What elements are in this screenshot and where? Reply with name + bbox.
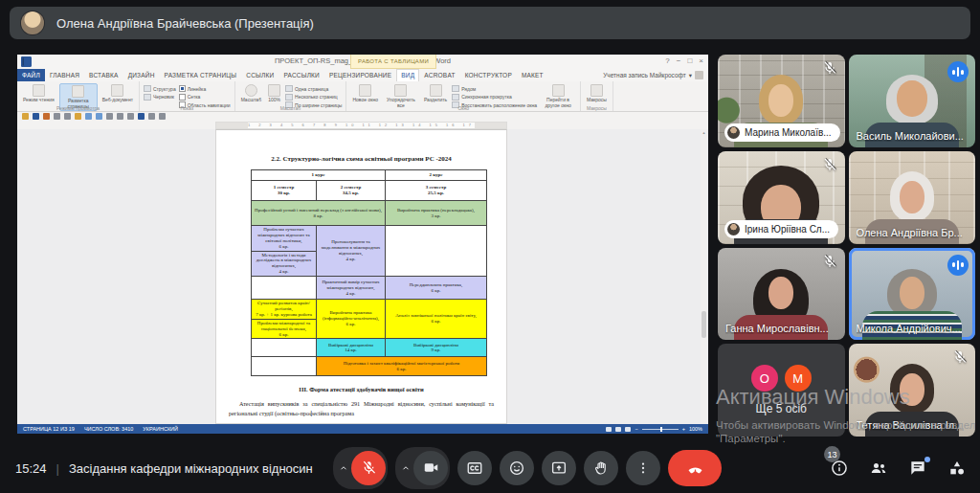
tab-table-layout[interactable]: МАКЕТ <box>517 69 548 81</box>
mic-muted-icon <box>822 254 837 269</box>
redo-icon[interactable] <box>96 113 102 120</box>
mic-muted-icon <box>822 157 837 172</box>
tab-review[interactable]: РЕЦЕНЗИРОВАНИЕ <box>324 69 396 81</box>
split-button[interactable]: Разделить <box>422 83 449 104</box>
draft-button[interactable]: Черновик <box>144 94 176 101</box>
multiple-pages-button[interactable]: Несколько страниц <box>285 94 342 101</box>
open-icon[interactable] <box>22 113 29 120</box>
participant-tile[interactable]: Микола Андрійович... <box>849 248 976 341</box>
print-icon[interactable] <box>106 113 113 120</box>
view-side-by-side-button[interactable]: Рядом <box>452 85 537 92</box>
find-icon[interactable] <box>117 113 123 120</box>
zoom-level[interactable]: 100% <box>689 426 702 432</box>
word-window-controls[interactable]: ? − □ × <box>665 56 703 65</box>
participant-name: Василь Миколайови... <box>857 130 964 142</box>
web-layout-button[interactable]: Веб-документ <box>100 83 135 104</box>
ribbon-view-tab: Режим чтения Разметка страницы Веб-докум… <box>17 81 708 112</box>
participant-tile[interactable]: Тетяна Василівна Іл... <box>849 344 976 437</box>
people-button[interactable] <box>869 459 888 478</box>
minimize-icon[interactable]: − <box>677 56 681 65</box>
tab-home[interactable]: ГЛАВНАЯ <box>45 69 84 81</box>
gridlines-checkbox[interactable]: Сетка <box>179 94 231 101</box>
leave-call-button[interactable] <box>668 450 722 486</box>
participant-name: Олена Андріївна Бр... <box>857 227 963 238</box>
cut-icon[interactable] <box>64 113 71 120</box>
presenter-name: Олена Андріївна Брайчевська (Презентація… <box>56 16 314 31</box>
meeting-details-button[interactable] <box>830 459 849 478</box>
chat-button[interactable] <box>908 459 927 478</box>
tab-page-layout[interactable]: РАЗМЕТКА СТРАНИЦЫ <box>160 69 242 81</box>
synchronous-scrolling-button[interactable]: Синхронная прокрутка <box>452 94 537 101</box>
ribbon-group-view-modes: Режим чтения Разметка страницы Веб-докум… <box>17 81 140 111</box>
email-icon[interactable] <box>43 113 50 120</box>
participant-name: Ганна Мирославівн... <box>725 323 829 334</box>
tab-table-design[interactable]: КОНСТРУКТОР <box>460 69 517 81</box>
zoom-100-button[interactable]: 100% <box>266 83 282 104</box>
status-page[interactable]: СТРАНИЦА 12 ИЗ 19 <box>23 426 75 432</box>
participant-tile[interactable]: Василь Миколайови... <box>849 55 976 147</box>
emoji-reactions-button[interactable] <box>500 451 534 485</box>
tab-references[interactable]: ССЫЛКИ <box>241 69 278 81</box>
camera-button[interactable] <box>413 451 448 485</box>
mic-mute-button[interactable] <box>351 451 386 485</box>
replace-icon[interactable] <box>127 113 134 120</box>
meeting-title: Засідання кафедри міжнародних відносин <box>69 460 313 475</box>
present-screen-button[interactable] <box>542 451 576 485</box>
ruler-checkbox[interactable]: Линейка <box>179 85 231 92</box>
maximize-icon[interactable]: □ <box>687 56 692 65</box>
paste-icon[interactable] <box>54 113 60 120</box>
help-icon[interactable]: ? <box>665 56 669 65</box>
symbol-icon[interactable] <box>138 113 145 120</box>
captions-button[interactable] <box>457 451 492 485</box>
read-mode-view-icon[interactable] <box>606 427 612 432</box>
undo-icon[interactable] <box>85 113 92 120</box>
activities-button[interactable] <box>947 459 967 478</box>
status-language[interactable]: УКРАИНСКИЙ <box>143 426 178 432</box>
participant-tile[interactable]: Марина Миколаїв... <box>718 55 845 147</box>
audio-speaking-icon <box>947 255 969 276</box>
zoom-button[interactable]: Масштаб <box>239 83 263 104</box>
print-layout-view-icon[interactable] <box>615 427 621 432</box>
vertical-scrollbar[interactable]: ▲ <box>701 129 707 423</box>
one-page-button[interactable]: Одна страница <box>285 85 342 92</box>
macros-button[interactable]: Макросы <box>585 83 609 104</box>
close-icon[interactable]: × <box>699 56 703 65</box>
read-mode-button[interactable]: Режим чтения <box>21 83 56 104</box>
tab-view[interactable]: ВИД <box>396 69 419 81</box>
table-icon[interactable] <box>148 113 155 120</box>
status-word-count[interactable]: ЧИСЛО СЛОВ: 3410 <box>84 426 133 432</box>
raise-hand-button[interactable] <box>584 451 618 485</box>
outline-button[interactable]: Структура <box>144 85 176 92</box>
participant-tile[interactable]: Ірина Юріївна Сл... <box>718 151 845 244</box>
document-page[interactable]: 2.2. Структурно-логічна схема освітньої … <box>215 129 507 424</box>
copy-icon[interactable] <box>75 113 81 120</box>
new-document-icon[interactable] <box>159 113 166 120</box>
scroll-up-icon[interactable]: ▲ <box>701 130 707 135</box>
zoom-out-icon[interactable]: − <box>635 426 637 432</box>
tab-acrobat[interactable]: ACROBAT <box>419 69 459 81</box>
audio-speaking-icon <box>947 61 969 82</box>
table-row: Вибіркові дисципліни 14 кр. Вибіркові ди… <box>252 339 487 357</box>
tab-insert[interactable]: ВСТАВКА <box>84 69 123 81</box>
web-layout-view-icon[interactable] <box>625 427 631 432</box>
more-options-button[interactable] <box>626 451 660 485</box>
ribbon-tab-bar: ФАЙЛ ГЛАВНАЯ ВСТАВКА ДИЗАЙН РАЗМЕТКА СТР… <box>17 69 708 81</box>
more-participants-tile[interactable]: O M Ще 5 осіб <box>718 344 845 437</box>
tab-mailings[interactable]: РАССЫЛКИ <box>278 69 324 81</box>
zoom-in-icon[interactable]: + <box>682 426 685 432</box>
mic-control-group <box>333 447 388 489</box>
new-window-button[interactable]: Новое окно <box>350 83 379 104</box>
doc-heading-attestation: ІІІ. Форма атестації здобувачів вищої ос… <box>216 386 506 392</box>
scrollbar-thumb[interactable] <box>702 311 706 338</box>
avatar: O <box>751 365 778 392</box>
camera-options-chevron-icon[interactable] <box>397 451 413 485</box>
zoom-slider[interactable] <box>642 429 679 430</box>
mic-options-chevron-icon[interactable] <box>335 451 351 485</box>
save-icon[interactable] <box>33 113 39 120</box>
participant-tile[interactable]: Олена Андріївна Бр... <box>849 151 976 244</box>
tab-design[interactable]: ДИЗАЙН <box>123 69 160 81</box>
account-avatar <box>695 71 703 79</box>
participant-tile[interactable]: Ганна Мирославівн... <box>718 248 845 341</box>
tab-file[interactable]: ФАЙЛ <box>17 69 45 81</box>
microsoft-account[interactable]: Учетная запись Майкрософт▾ <box>603 69 708 81</box>
